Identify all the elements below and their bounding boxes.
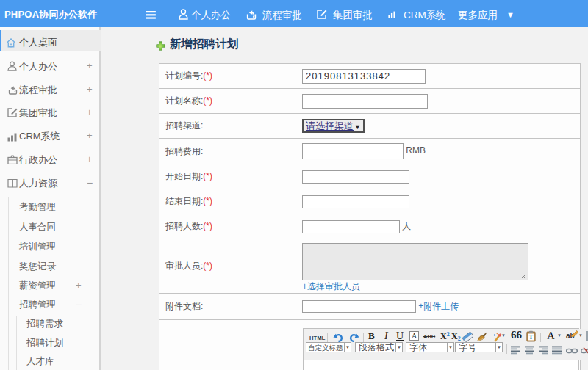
svg-text:T: T: [529, 334, 534, 341]
